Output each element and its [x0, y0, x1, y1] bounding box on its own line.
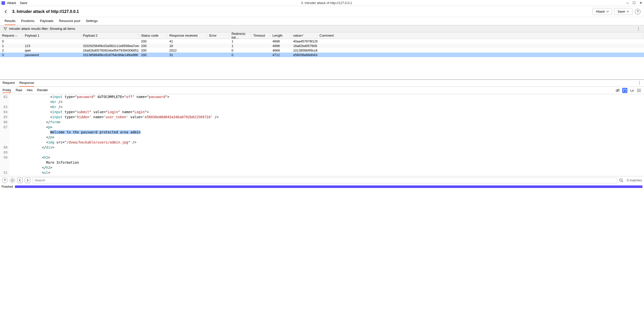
search-settings-icon[interactable]	[10, 178, 15, 183]
code-content[interactable]: <input type="password" AUTOCOMPLETE="off…	[9, 94, 644, 176]
cell: 41	[167, 39, 207, 43]
cell: 200	[139, 39, 167, 43]
search-help-icon[interactable]: ?	[2, 178, 8, 183]
column-header[interactable]: Comment	[317, 34, 644, 37]
maximize-icon[interactable]: ☐	[632, 1, 636, 5]
detail-tabs: RequestResponse⋮	[0, 80, 644, 87]
svg-rect-3	[623, 89, 626, 92]
column-header[interactable]: Payload 2	[81, 34, 139, 37]
table-row[interactable]: 1123320292564f9c02a562c11e6556ea7cec2001…	[0, 43, 644, 48]
cell: 101385684f9cc6…	[291, 49, 317, 52]
filter-icon	[4, 27, 7, 30]
subtab-request[interactable]: Request	[3, 81, 15, 87]
column-header[interactable]: Status code	[139, 34, 167, 37]
detail-menu-icon[interactable]: ⋮	[637, 80, 641, 87]
search-input[interactable]	[32, 177, 617, 183]
status-text: Finished	[2, 185, 13, 188]
tab-payloads[interactable]: Payloads	[40, 19, 53, 25]
page-title: 3. Intruder attack of http://127.0.0.1	[12, 9, 590, 14]
table-header: Request Payload 1Payload 2Status codeRes…	[0, 32, 644, 39]
app-icon	[2, 1, 5, 5]
column-header[interactable]: Length	[270, 34, 291, 37]
cell: 2	[0, 49, 23, 52]
search-go-icon[interactable]	[619, 178, 623, 182]
filter-menu-icon[interactable]: ⋮	[636, 26, 640, 31]
search-prev-icon[interactable]	[17, 178, 23, 183]
cell: 4698	[270, 44, 291, 48]
save-button-label: Save	[617, 10, 625, 13]
chevron-down-icon	[627, 11, 629, 12]
window-title: 3. Intruder attack of http://127.0.0.1	[27, 1, 626, 5]
svg-point-8	[12, 180, 13, 181]
eye-off-icon[interactable]	[615, 88, 620, 93]
lines-icon[interactable]	[636, 88, 641, 93]
cell: 200	[139, 49, 167, 52]
close-icon[interactable]: ✕	[639, 1, 642, 5]
cell: 4669	[270, 49, 291, 52]
tab-resource-pool[interactable]: Resource pool	[59, 19, 80, 25]
search-match-count: 0 matches	[627, 178, 642, 182]
svg-point-9	[620, 179, 622, 181]
menu-bar: Attack Save	[7, 1, 27, 5]
column-header[interactable]: Request	[0, 34, 23, 37]
render-icon[interactable]	[622, 88, 627, 93]
tab-results[interactable]: Results	[5, 19, 15, 25]
cell: 0	[229, 53, 251, 57]
cell: 2022	[167, 49, 207, 52]
cell: 200	[139, 53, 167, 57]
menu-save[interactable]: Save	[20, 1, 27, 5]
search-next-icon[interactable]	[25, 178, 30, 183]
minimize-icon[interactable]: ─	[626, 1, 629, 5]
column-header[interactable]: Payload 1	[23, 34, 81, 37]
viewtab-hex[interactable]: Hex	[27, 88, 33, 93]
viewtab-pretty[interactable]: Pretty	[3, 88, 11, 93]
column-header[interactable]: Timeout	[251, 34, 270, 37]
cell: 18	[167, 44, 207, 48]
titlebar: Attack Save 3. Intruder attack of http:/…	[0, 0, 644, 6]
column-header[interactable]: value='	[291, 34, 317, 37]
table-body: 0200411469840aa457678f129…1123320292564f…	[0, 39, 644, 79]
table-row[interactable]: 0200411469840aa457678f129…	[0, 39, 644, 43]
newline-icon[interactable]: \n	[629, 88, 634, 93]
tab-settings[interactable]: Settings	[86, 19, 98, 25]
line-gutter: 82 8384858687 888990 91	[0, 94, 9, 176]
cell: 1	[229, 44, 251, 48]
cell: 1	[229, 39, 251, 43]
help-icon[interactable]: ?	[635, 9, 640, 14]
back-icon[interactable]	[4, 9, 9, 14]
cell: 31	[167, 53, 207, 57]
cell: 4698	[270, 39, 291, 43]
cell: 320292564f9c02a562c11e6556ea7cec	[81, 44, 139, 48]
view-actions: \n	[615, 88, 641, 93]
column-header[interactable]: Response received	[167, 34, 207, 37]
attack-button[interactable]: Attack	[592, 8, 612, 15]
table-row[interactable]: 3password101385684f9cc616764c9fde14fbe98…	[0, 53, 644, 57]
filter-bar[interactable]: Intruder attack results filter: Showing …	[0, 25, 644, 32]
view-tabs: PrettyRawHexRender \n	[0, 87, 644, 94]
attack-button-label: Attack	[596, 10, 605, 13]
code-viewer[interactable]: 82 8384858687 888990 91 <input type="pas…	[0, 94, 644, 176]
main-tabs: ResultsPositionsPayloadsResource poolSet…	[0, 17, 644, 25]
subtab-response[interactable]: Response	[19, 81, 34, 87]
save-button[interactable]: Save	[614, 8, 632, 15]
window-controls: ─ ☐ ✕	[626, 1, 642, 5]
viewtab-raw[interactable]: Raw	[16, 88, 22, 93]
cell: 3	[0, 53, 23, 57]
tab-positions[interactable]: Positions	[21, 19, 34, 25]
cell: 40aa457678f129…	[291, 39, 317, 43]
cell: 4712	[270, 53, 291, 57]
chevron-down-icon	[606, 11, 609, 12]
progress-bar	[15, 185, 642, 188]
cell: qwe	[23, 49, 81, 52]
column-header[interactable]: Error	[207, 34, 229, 37]
cell: 101385684f9cc616764c9fde14fbe986	[81, 53, 139, 57]
table-row[interactable]: 2qwe16a82bd0576092ebef54793943068515f720…	[0, 48, 644, 53]
column-header[interactable]: Redirects foll…	[229, 32, 251, 39]
cell: 16a82bd0576092ebef54793943068515f7	[81, 49, 139, 52]
cell: password	[23, 53, 81, 57]
menu-attack[interactable]: Attack	[7, 1, 16, 5]
cell: 200	[139, 44, 167, 48]
cell: 1	[0, 44, 23, 48]
viewtab-render[interactable]: Render	[37, 88, 48, 93]
cell: 16a82bd057609…	[291, 44, 317, 48]
